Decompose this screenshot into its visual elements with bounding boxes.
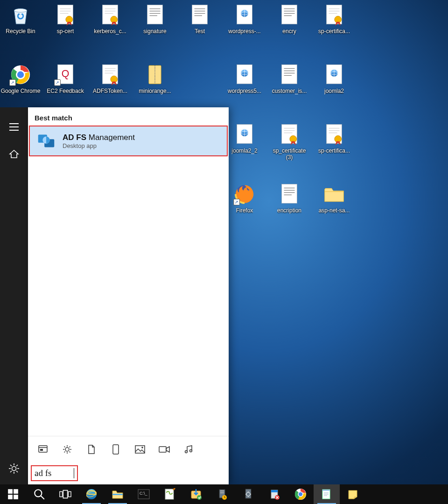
cert-icon [323, 4, 345, 26]
desktop-icon-label: customer_is... [272, 88, 307, 94]
desktop-icon-sp-certifica-[interactable]: sp-certifica... [314, 4, 355, 35]
desktop-icon-signature[interactable]: signature [134, 4, 175, 35]
text-icon [144, 4, 166, 26]
desktop-icon-sp-certificate-3-[interactable]: sp_certificate (3) [269, 123, 310, 161]
svg-point-121 [35, 490, 42, 497]
search-result-adfs[interactable]: AD FS Management Desktop app [29, 126, 228, 156]
svg-rect-114 [159, 447, 166, 452]
svg-rect-125 [69, 491, 71, 497]
svg-rect-11 [147, 5, 163, 24]
desktop-icon-wordpress5-[interactable]: wordpress5... [224, 63, 265, 94]
text-icon [189, 4, 211, 26]
desktop-icon-label: sp-certifica... [318, 147, 350, 154]
search-filters [28, 436, 229, 462]
home-icon[interactable] [3, 143, 25, 165]
desktop-icon-sp-cert[interactable]: sp-cert [45, 4, 86, 35]
desktop-icon-label: encry [282, 28, 296, 35]
desktop-icon-label: Firefox [236, 207, 253, 214]
desktop-icon-encry[interactable]: encry [269, 4, 310, 35]
taskbar-cleanup-button[interactable] [261, 484, 287, 504]
desktop-icon-joomla2-2[interactable]: joomla2_2 [224, 123, 265, 154]
desktop-icon-label: joomla2 [324, 88, 344, 94]
taskbar-notepad-button[interactable] [314, 484, 340, 504]
svg-point-87 [12, 467, 16, 471]
desktop-icon-adfstoken-[interactable]: ADFSToken... [90, 63, 131, 94]
desktop-icon-label: signature [143, 28, 166, 35]
filter-videos-icon[interactable] [159, 444, 170, 455]
svg-point-134 [197, 495, 202, 500]
svg-line-122 [41, 496, 44, 499]
firefox-icon: ↗ [233, 183, 256, 205]
desktop-icon-encription[interactable]: encription [269, 183, 310, 214]
filter-photos-icon[interactable] [134, 444, 146, 455]
desktop-icon-joomla2[interactable]: joomla2 [314, 63, 355, 94]
svg-point-115 [185, 450, 188, 453]
desktop-icon-label: ADFSToken... [93, 88, 127, 94]
desktop-icon-google-chrome[interactable]: ↗Google Chrome [0, 63, 41, 94]
desktop-icon-label: Google Chrome [1, 88, 41, 94]
taskbar-start-button[interactable] [0, 484, 26, 504]
taskbar-cmd-button[interactable]: C:\_ [131, 484, 157, 504]
taskbar-sticky-button[interactable] [340, 484, 366, 504]
settings-icon[interactable] [3, 457, 25, 480]
svg-line-108 [70, 451, 70, 452]
desktop-icon-ec2-feedback[interactable]: Q↗EC2 Feedback [45, 63, 86, 94]
svg-rect-154 [322, 490, 330, 491]
text-icon [278, 4, 301, 26]
desktop-icon-label: EC2 Feedback [47, 88, 84, 94]
svg-rect-128 [112, 494, 123, 495]
desktop-icon-label: asp-net-sa... [319, 207, 350, 214]
svg-rect-79 [282, 184, 297, 203]
svg-point-102 [65, 448, 69, 451]
desktop-icon-miniorange-[interactable]: miniorange... [134, 63, 175, 94]
desktop-icon-label: wordpress-... [228, 28, 260, 35]
chrome-icon: ↗ [9, 63, 32, 86]
search-input-highlight [31, 465, 78, 481]
svg-rect-137 [220, 492, 224, 493]
filter-settings-icon[interactable] [62, 444, 73, 455]
filter-apps-icon[interactable] [37, 444, 49, 455]
svg-rect-53 [282, 65, 297, 84]
search-input[interactable] [35, 468, 74, 478]
adfs-icon [35, 130, 57, 152]
taskbar-explorer-button[interactable] [105, 484, 131, 504]
desktop-icon-label: sp-certifica... [318, 28, 350, 35]
hamburger-icon[interactable] [3, 116, 25, 138]
xml-icon [323, 63, 345, 86]
filter-music-icon[interactable] [183, 444, 194, 455]
xml-icon [233, 123, 256, 146]
taskbar-search-button[interactable] [26, 484, 52, 504]
svg-line-94 [16, 465, 18, 466]
desktop-icon-label: encription [277, 207, 301, 214]
taskbar-npp-button[interactable] [157, 484, 183, 504]
desktop-icon-kerberos-c-[interactable]: kerberos_c... [90, 4, 131, 35]
taskbar-install-button[interactable] [183, 484, 209, 504]
cert-icon [54, 4, 77, 26]
zip-icon [144, 63, 166, 86]
svg-line-110 [64, 451, 65, 452]
svg-rect-120 [14, 495, 18, 499]
text-icon [278, 183, 301, 205]
desktop-icon-asp-net-sa-[interactable]: asp-net-sa... [314, 183, 355, 214]
desktop-icon-customer-is-[interactable]: customer_is... [269, 63, 310, 94]
svg-line-95 [10, 471, 12, 472]
taskbar-taskview-button[interactable] [52, 484, 78, 504]
svg-text:Q: Q [62, 68, 70, 79]
cert-icon [323, 123, 345, 146]
svg-rect-123 [60, 491, 63, 497]
taskbar-server-button[interactable] [209, 484, 235, 504]
desktop-icon-wordpress-[interactable]: wordpress-... [224, 4, 265, 35]
desktop-icon-recycle-bin[interactable]: Recycle Bin [0, 4, 41, 35]
svg-rect-118 [14, 489, 18, 494]
desktop-icon-firefox[interactable]: ↗Firefox [224, 183, 265, 214]
desktop-icon-test[interactable]: Test [179, 4, 220, 35]
desktop-icon-sp-certifica-[interactable]: sp-certifica... [314, 123, 355, 154]
taskbar-services-button[interactable] [235, 484, 261, 504]
filter-web-icon[interactable] [110, 444, 121, 455]
filter-documents-icon[interactable] [86, 444, 97, 455]
cert-icon [99, 4, 121, 26]
svg-rect-124 [63, 490, 67, 498]
svg-line-93 [16, 471, 18, 472]
taskbar-ie-button[interactable] [78, 484, 105, 504]
taskbar-chrome-button[interactable] [287, 484, 314, 504]
